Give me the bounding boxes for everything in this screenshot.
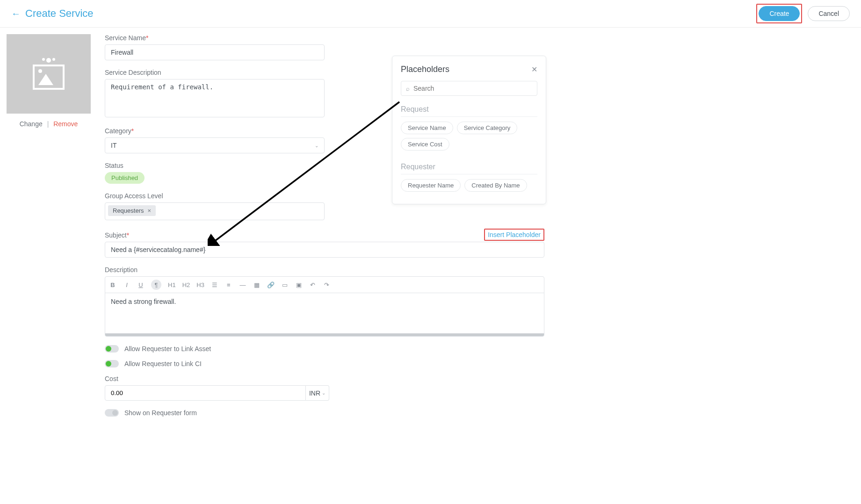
allow-link-ci-toggle[interactable]	[105, 360, 119, 367]
cancel-button[interactable]: Cancel	[808, 6, 850, 21]
redo-icon[interactable]: ↷	[323, 281, 331, 288]
h1-button[interactable]: H1	[168, 281, 176, 288]
subject-input[interactable]	[105, 242, 544, 258]
underline-button[interactable]: U	[137, 281, 145, 288]
change-image-link[interactable]: Change	[20, 120, 43, 128]
editor-content[interactable]: Need a strong firewall.	[105, 293, 544, 333]
italic-button[interactable]: I	[123, 281, 130, 288]
insert-placeholder-highlight: Insert Placeholder	[484, 229, 544, 241]
cost-currency-select[interactable]: INR ⌄	[306, 385, 329, 401]
link-icon[interactable]: 🔗	[267, 281, 275, 288]
popover-section-request: Request	[401, 105, 537, 117]
popover-section-requester: Requester	[401, 163, 537, 174]
search-icon: ⌕	[406, 85, 410, 92]
h2-button[interactable]: H2	[182, 281, 190, 288]
hr-icon[interactable]: —	[239, 281, 246, 288]
popover-search-input[interactable]	[413, 85, 532, 92]
service-name-label: Service Name*	[105, 34, 544, 42]
subject-label: Subject*	[105, 231, 544, 239]
h3-button[interactable]: H3	[196, 281, 204, 288]
back-arrow-icon[interactable]: ←	[11, 8, 21, 19]
show-on-form-toggle[interactable]	[105, 409, 119, 417]
rich-text-editor: B I U ¶ H1 H2 H3 ☰ ≡ — ▦ 🔗 ▭ ▣ ↶ ↷	[105, 276, 544, 337]
allow-link-ci-label: Allow Requester to Link CI	[124, 360, 202, 367]
status-badge: Published	[105, 172, 145, 184]
popover-search[interactable]: ⌕	[401, 81, 537, 96]
page-title: Create Service	[25, 7, 94, 20]
service-image-placeholder[interactable]	[7, 34, 91, 114]
allow-link-asset-toggle[interactable]	[105, 345, 119, 353]
undo-icon[interactable]: ↶	[309, 281, 317, 288]
create-button-highlight: Create	[756, 4, 802, 23]
show-on-form-label: Show on Requester form	[124, 409, 197, 417]
insert-placeholder-link[interactable]: Insert Placeholder	[488, 231, 541, 238]
bullet-list-icon[interactable]: ☰	[211, 281, 218, 288]
image-insert-icon[interactable]: ▣	[295, 281, 303, 288]
tag-remove-icon[interactable]: ×	[147, 207, 151, 214]
popover-title: Placeholders	[401, 65, 449, 74]
chevron-down-icon: ⌄	[322, 390, 326, 396]
chip-service-name[interactable]: Service Name	[401, 122, 453, 134]
group-access-input[interactable]: Requesters ×	[105, 202, 325, 220]
chip-service-cost[interactable]: Service Cost	[401, 138, 449, 151]
close-icon[interactable]: ✕	[531, 65, 537, 74]
group-tag: Requesters ×	[108, 205, 156, 216]
table-icon[interactable]: ▦	[253, 281, 260, 288]
allow-link-asset-label: Allow Requester to Link Asset	[124, 345, 211, 353]
cost-label: Cost	[105, 375, 544, 382]
editor-scrollbar[interactable]	[105, 333, 544, 336]
chevron-down-icon: ⌄	[315, 143, 318, 148]
service-desc-input[interactable]	[105, 79, 325, 117]
create-button[interactable]: Create	[759, 6, 800, 21]
placeholders-popover: Placeholders ✕ ⌕ Request Service Name Se…	[392, 56, 546, 204]
editor-toolbar: B I U ¶ H1 H2 H3 ☰ ≡ — ▦ 🔗 ▭ ▣ ↶ ↷	[105, 277, 544, 293]
chip-requester-name[interactable]: Requester Name	[401, 179, 461, 192]
chip-created-by-name[interactable]: Created By Name	[464, 179, 527, 192]
chip-service-category[interactable]: Service Category	[457, 122, 518, 134]
category-value: IT	[111, 142, 116, 149]
category-select[interactable]: IT ⌄	[105, 137, 325, 153]
video-icon[interactable]: ▭	[281, 281, 289, 288]
remove-image-link[interactable]: Remove	[53, 120, 78, 128]
image-icon	[33, 65, 65, 90]
description-label: Description	[105, 266, 544, 274]
bold-button[interactable]: B	[109, 281, 116, 288]
service-name-input[interactable]	[105, 44, 325, 60]
paragraph-button[interactable]: ¶	[151, 280, 161, 290]
cost-input[interactable]	[105, 385, 306, 401]
numbered-list-icon[interactable]: ≡	[225, 281, 232, 288]
